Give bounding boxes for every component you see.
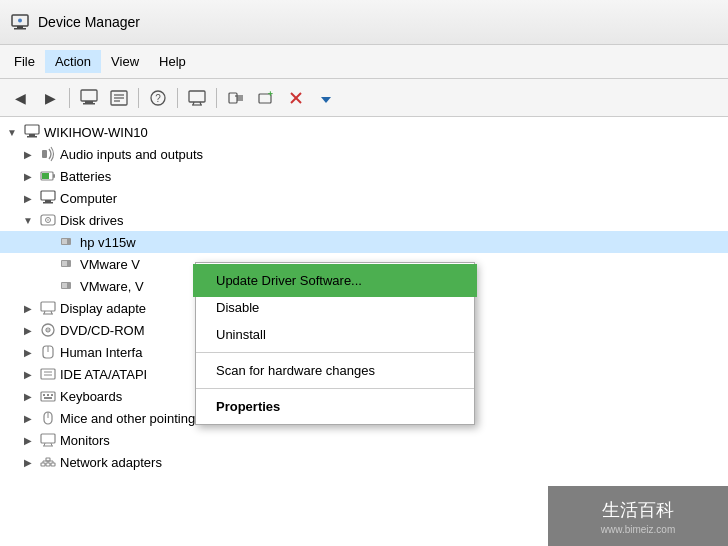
mouse-icon bbox=[39, 409, 57, 427]
toggle-root[interactable]: ▼ bbox=[4, 124, 20, 140]
svg-point-3 bbox=[18, 19, 22, 23]
svg-rect-57 bbox=[41, 392, 55, 401]
toggle-vmware2 bbox=[40, 278, 56, 294]
svg-point-38 bbox=[47, 219, 49, 221]
svg-rect-45 bbox=[41, 302, 55, 311]
network-label: Network adapters bbox=[60, 455, 162, 470]
menu-file[interactable]: File bbox=[4, 50, 45, 73]
toggle-audio[interactable]: ▶ bbox=[20, 146, 36, 162]
audio-label: Audio inputs and outputs bbox=[60, 147, 203, 162]
monitor-icon bbox=[39, 431, 57, 449]
watermark-subtext: www.bimeiz.com bbox=[601, 524, 675, 535]
toggle-computer[interactable]: ▶ bbox=[20, 190, 36, 206]
back-button[interactable]: ◀ bbox=[6, 84, 34, 112]
tree-item-monitors[interactable]: ▶ Monitors bbox=[0, 429, 728, 451]
toggle-batteries[interactable]: ▶ bbox=[20, 168, 36, 184]
svg-text:?: ? bbox=[155, 93, 161, 104]
forward-button[interactable]: ▶ bbox=[36, 84, 64, 112]
update-driver-button[interactable] bbox=[105, 84, 133, 112]
keyboard-icon bbox=[39, 387, 57, 405]
svg-rect-33 bbox=[41, 191, 55, 200]
svg-rect-34 bbox=[45, 200, 51, 202]
svg-rect-26 bbox=[25, 125, 39, 134]
toggle-monitors[interactable]: ▶ bbox=[20, 432, 36, 448]
audio-icon bbox=[39, 145, 57, 163]
display-icon bbox=[39, 299, 57, 317]
update-button[interactable] bbox=[312, 84, 340, 112]
svg-rect-70 bbox=[51, 463, 55, 466]
display-button[interactable] bbox=[183, 84, 211, 112]
toggle-disk-drives[interactable]: ▼ bbox=[20, 212, 36, 228]
svg-rect-6 bbox=[83, 103, 95, 105]
context-uninstall[interactable]: Uninstall bbox=[196, 321, 474, 348]
vmware2-label: VMware, V bbox=[80, 279, 144, 294]
toggle-mice[interactable]: ▶ bbox=[20, 410, 36, 426]
vmware1-label: VMware V bbox=[80, 257, 140, 272]
computer-label: Computer bbox=[60, 191, 117, 206]
disk3-icon bbox=[59, 255, 77, 273]
svg-text:+: + bbox=[268, 89, 273, 99]
sep4 bbox=[216, 88, 217, 108]
svg-rect-27 bbox=[29, 134, 35, 136]
tree-item-disk-drives[interactable]: ▼ Disk drives bbox=[0, 209, 728, 231]
toggle-hp bbox=[40, 234, 56, 250]
menu-bar: File Action View Help bbox=[0, 45, 728, 79]
tree-item-root[interactable]: ▼ WIKIHOW-WIN10 bbox=[0, 121, 728, 143]
context-scan[interactable]: Scan for hardware changes bbox=[196, 357, 474, 384]
toggle-vmware1 bbox=[40, 256, 56, 272]
tree-item-audio[interactable]: ▶ Audio inputs and outputs bbox=[0, 143, 728, 165]
app-icon bbox=[10, 12, 30, 32]
menu-view[interactable]: View bbox=[101, 50, 149, 73]
help-button[interactable]: ? bbox=[144, 84, 172, 112]
battery-icon bbox=[39, 167, 57, 185]
svg-rect-54 bbox=[41, 369, 55, 379]
properties-button[interactable] bbox=[75, 84, 103, 112]
toggle-keyboards[interactable]: ▶ bbox=[20, 388, 36, 404]
svg-rect-31 bbox=[53, 174, 55, 178]
tree-item-hp[interactable]: hp v115w bbox=[0, 231, 728, 253]
tree-item-batteries[interactable]: ▶ Batteries bbox=[0, 165, 728, 187]
tree-item-computer[interactable]: ▶ Computer bbox=[0, 187, 728, 209]
context-update-driver[interactable]: Update Driver Software... bbox=[196, 267, 474, 294]
svg-rect-32 bbox=[42, 173, 49, 179]
svg-rect-1 bbox=[17, 26, 23, 28]
svg-point-51 bbox=[47, 329, 49, 331]
svg-rect-64 bbox=[41, 434, 55, 443]
context-disable[interactable]: Disable bbox=[196, 294, 474, 321]
hp-label: hp v115w bbox=[80, 235, 136, 250]
menu-action[interactable]: Action bbox=[45, 50, 101, 73]
svg-rect-17 bbox=[229, 93, 237, 103]
context-sep1 bbox=[196, 352, 474, 353]
disk4-icon bbox=[59, 277, 77, 295]
computer2-icon bbox=[39, 189, 57, 207]
hid-label: Human Interfa bbox=[60, 345, 142, 360]
toggle-hid[interactable]: ▶ bbox=[20, 344, 36, 360]
keyboards-label: Keyboards bbox=[60, 389, 122, 404]
svg-rect-59 bbox=[47, 394, 49, 396]
menu-help[interactable]: Help bbox=[149, 50, 196, 73]
remove-button[interactable] bbox=[282, 84, 310, 112]
tree-item-network[interactable]: ▶ Network adapters bbox=[0, 451, 728, 473]
ide-label: IDE ATA/ATAPI bbox=[60, 367, 147, 382]
svg-rect-35 bbox=[43, 202, 53, 204]
svg-rect-69 bbox=[46, 463, 50, 466]
svg-rect-68 bbox=[41, 463, 45, 466]
disk2-icon bbox=[59, 233, 77, 251]
svg-rect-29 bbox=[42, 150, 47, 158]
toolbar: ◀ ▶ ? + bbox=[0, 79, 728, 117]
dvd-label: DVD/CD-ROM bbox=[60, 323, 145, 338]
svg-marker-25 bbox=[321, 97, 331, 103]
dvd-icon bbox=[39, 321, 57, 339]
add-button[interactable]: + bbox=[252, 84, 280, 112]
toggle-dvd[interactable]: ▶ bbox=[20, 322, 36, 338]
toggle-display[interactable]: ▶ bbox=[20, 300, 36, 316]
svg-rect-58 bbox=[43, 394, 45, 396]
svg-rect-61 bbox=[44, 397, 52, 399]
svg-rect-60 bbox=[51, 394, 53, 396]
monitors-label: Monitors bbox=[60, 433, 110, 448]
toggle-ide[interactable]: ▶ bbox=[20, 366, 36, 382]
context-properties[interactable]: Properties bbox=[196, 393, 474, 420]
context-sep2 bbox=[196, 388, 474, 389]
toggle-network[interactable]: ▶ bbox=[20, 454, 36, 470]
scan-button[interactable] bbox=[222, 84, 250, 112]
